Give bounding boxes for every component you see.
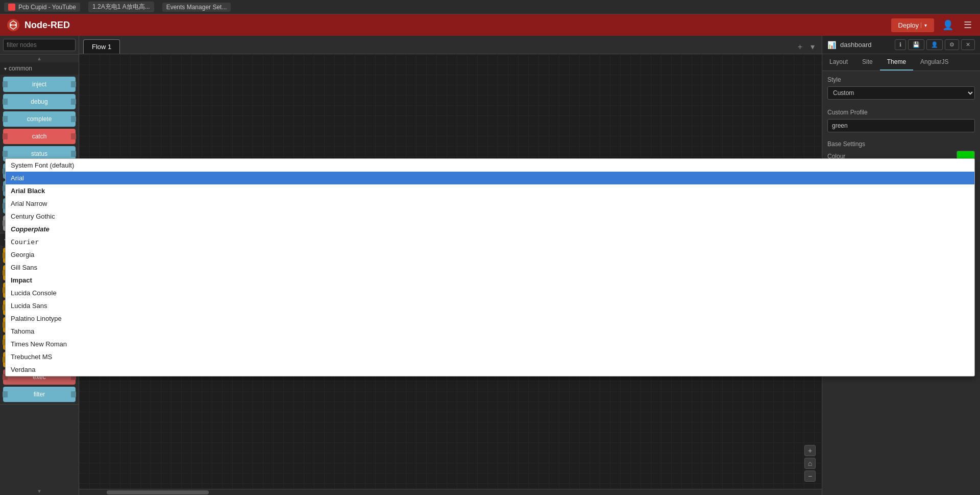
zoom-out-button[interactable]: − — [804, 470, 816, 482]
port-left — [3, 116, 8, 122]
font-option-arial-black[interactable]: Arial Black — [822, 184, 974, 197]
panel-tabs: Layout Site Theme AngularJS — [822, 54, 980, 71]
font-option-century-gothic[interactable]: Century Gothic — [822, 210, 974, 223]
category-common-label: common — [9, 65, 32, 72]
panel-user-button[interactable]: 👤 — [926, 39, 943, 50]
palette-node-inject[interactable]: inject — [3, 77, 76, 92]
panel-content: Style Default Custom Custom Profile Base… — [822, 71, 980, 495]
panel-close-button[interactable]: ✕ — [961, 39, 975, 50]
os-tab-events-label: Events Manager Set... — [166, 4, 227, 11]
font-option-system[interactable]: System Font (default) — [822, 159, 974, 172]
right-panel: 📊 dashboard ℹ 💾 👤 ⚙ ✕ Layout Site Theme … — [822, 36, 980, 495]
port-left — [3, 151, 8, 157]
custom-profile-label: Custom Profile — [827, 109, 975, 116]
font-option-arial-narrow[interactable]: Arial Narrow — [822, 197, 974, 210]
port-left — [3, 391, 8, 397]
deploy-button[interactable]: Deploy ▾ — [891, 18, 934, 32]
tab-theme[interactable]: Theme — [880, 54, 913, 70]
palette-node-filter[interactable]: filter — [3, 387, 76, 402]
panel-header-title: dashboard — [840, 41, 871, 49]
font-option-times[interactable]: Times New Roman — [822, 338, 974, 350]
palette-scroll-up[interactable]: ▲ — [0, 55, 79, 62]
node-filter-label: filter — [34, 391, 45, 398]
dashboard-icon: 📊 — [827, 41, 836, 49]
panel-header: 📊 dashboard ℹ 💾 👤 ⚙ ✕ — [822, 36, 980, 54]
panel-settings-button[interactable]: ⚙ — [945, 39, 959, 50]
node-red-logo — [6, 18, 20, 32]
font-option-verdana[interactable]: Verdana — [822, 363, 974, 376]
port-left — [3, 99, 8, 105]
font-option-georgia[interactable]: Georgia — [822, 248, 974, 261]
font-option-courier[interactable]: Courier — [822, 235, 974, 248]
font-option-gill-sans[interactable]: Gill Sans — [822, 261, 974, 274]
node-catch-label: catch — [32, 133, 47, 140]
flow-tab-1[interactable]: Flow 1 — [83, 39, 120, 54]
node-status-label: status — [31, 150, 47, 157]
palette-search-area — [0, 36, 79, 55]
font-option-tahoma[interactable]: Tahoma — [822, 325, 974, 338]
tab-site[interactable]: Site — [855, 54, 880, 70]
font-option-impact[interactable]: Impact — [822, 274, 974, 287]
logo-area: Node-RED — [6, 18, 70, 32]
chevron-down-icon: ▾ — [4, 66, 7, 72]
node-debug-label: debug — [31, 98, 47, 105]
user-button[interactable]: 👤 — [940, 17, 955, 33]
node-inject-label: inject — [32, 81, 46, 88]
titlebar-right: Deploy ▾ 👤 ☰ — [891, 17, 974, 33]
os-tab-events[interactable]: Events Manager Set... — [162, 3, 231, 12]
style-dropdown[interactable]: Default Custom — [827, 86, 975, 100]
zoom-in-button[interactable]: + — [804, 445, 816, 456]
palette-search-input[interactable] — [3, 39, 76, 51]
panel-save-button[interactable]: 💾 — [908, 39, 924, 50]
add-flow-button[interactable]: + — [795, 40, 805, 54]
deploy-arrow[interactable]: ▾ — [921, 22, 927, 28]
port-left — [3, 133, 8, 139]
port-right — [71, 151, 76, 157]
tab-theme-label: Theme — [887, 58, 906, 65]
palette-node-debug[interactable]: debug — [3, 94, 76, 109]
font-option-arial[interactable]: Arial — [822, 172, 974, 184]
tab-layout-label: Layout — [829, 58, 848, 65]
tab-site-label: Site — [862, 58, 873, 65]
os-tab-pcb[interactable]: Pcb Cupid - YouTube — [4, 3, 80, 12]
panel-info-button[interactable]: ℹ — [895, 39, 906, 50]
app-title: Node-RED — [24, 20, 70, 31]
base-settings-label: Base Settings — [827, 140, 975, 148]
font-option-trebuchet[interactable]: Trebuchet MS — [822, 350, 974, 363]
tab-angularjs-label: AngularJS — [920, 58, 948, 65]
flow-tabs: Flow 1 + ▾ — [79, 36, 822, 54]
os-tab-charger-label: 1.2A充电1 A放电高... — [92, 3, 150, 11]
zoom-reset-button[interactable]: ⌂ — [804, 458, 816, 469]
flow-menu-button[interactable]: ▾ — [807, 40, 818, 54]
titlebar: Node-RED Deploy ▾ 👤 ☰ — [0, 14, 980, 36]
canvas-scrollbar-horizontal[interactable] — [79, 489, 822, 495]
font-option-palatino[interactable]: Palatino Linotype — [822, 312, 974, 325]
port-right — [71, 116, 76, 122]
port-right — [71, 133, 76, 139]
palette-node-catch[interactable]: catch — [3, 129, 76, 144]
scrollbar-thumb — [107, 490, 209, 494]
flow-tab-1-label: Flow 1 — [92, 43, 111, 51]
tab-layout[interactable]: Layout — [822, 54, 855, 70]
font-option-lucida-sans[interactable]: Lucida Sans — [822, 299, 974, 312]
node-complete-label: complete — [27, 115, 52, 123]
svg-point-1 — [10, 24, 12, 26]
palette-node-complete[interactable]: complete — [3, 111, 76, 127]
tab-angularjs[interactable]: AngularJS — [913, 54, 955, 70]
port-left — [3, 81, 8, 87]
os-tab-charger[interactable]: 1.2A充电1 A放电高... — [88, 2, 154, 12]
os-tab-pcb-label: Pcb Cupid - YouTube — [18, 4, 76, 11]
svg-point-2 — [15, 24, 17, 26]
deploy-label: Deploy — [898, 21, 919, 29]
style-section-label: Style — [827, 76, 975, 83]
custom-profile-input[interactable] — [827, 119, 975, 132]
pcb-favicon — [8, 4, 15, 11]
port-right — [71, 391, 76, 397]
palette-category-common-header[interactable]: ▾ common — [0, 62, 79, 75]
palette-scroll-down[interactable]: ▼ — [0, 487, 79, 495]
port-right — [71, 81, 76, 87]
font-option-copperplate[interactable]: Copperplate — [822, 223, 974, 235]
menu-button[interactable]: ☰ — [962, 17, 974, 33]
flow-tabs-right: + ▾ — [795, 40, 818, 54]
font-option-lucida-console[interactable]: Lucida Console — [822, 287, 974, 299]
